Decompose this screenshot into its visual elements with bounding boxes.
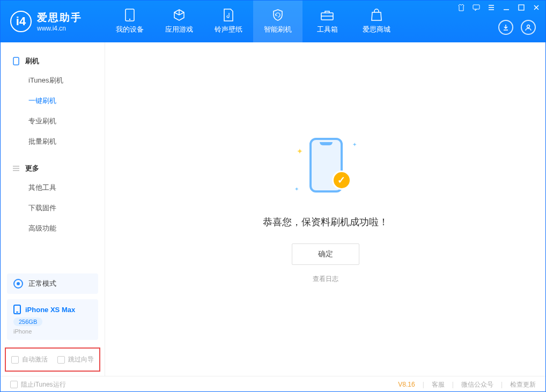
device-status-area: 正常模式 iPhone XS Max 256GB iPhone <box>1 273 105 347</box>
svg-point-5 <box>527 25 530 28</box>
version-label: V8.16 <box>398 381 415 388</box>
tab-label: 我的设备 <box>116 25 144 34</box>
wechat-link[interactable]: 微信公众号 <box>461 380 493 389</box>
check-badge-icon: ✓ <box>332 171 351 190</box>
menu-heading-more: 更多 <box>1 159 105 177</box>
header-right-icons <box>498 20 536 35</box>
tab-label: 智能刷机 <box>264 25 292 34</box>
tab-apps-games[interactable]: 应用游戏 <box>154 1 204 42</box>
tab-label: 铃声壁纸 <box>215 25 242 34</box>
music-file-icon <box>222 9 235 21</box>
sidebar-menu: 刷机 iTunes刷机 一键刷机 专业刷机 批量刷机 更多 其他工具 下载固件 … <box>1 42 105 273</box>
svg-rect-4 <box>519 5 524 10</box>
tab-label: 爱思商城 <box>363 25 390 34</box>
sidebar-item-batch-flash[interactable]: 批量刷机 <box>1 131 105 152</box>
sidebar: 刷机 iTunes刷机 一键刷机 专业刷机 批量刷机 更多 其他工具 下载固件 … <box>1 42 105 376</box>
sidebar-item-oneclick-flash[interactable]: 一键刷机 <box>1 91 105 111</box>
options-row: 自动激活 跳过向导 <box>5 347 100 372</box>
device-os-label: iPhone <box>13 328 92 335</box>
status-card[interactable]: 正常模式 <box>7 273 98 294</box>
tab-label: 应用游戏 <box>165 25 193 34</box>
sidebar-item-pro-flash[interactable]: 专业刷机 <box>1 111 105 131</box>
app-logo-icon: i4 <box>10 11 32 32</box>
sparkle-icon: ✦ <box>352 142 357 147</box>
storage-badge: 256GB <box>13 317 42 326</box>
svg-rect-3 <box>473 5 479 9</box>
phone-icon <box>13 305 21 314</box>
check-update-link[interactable]: 检查更新 <box>510 380 536 389</box>
checkbox-block-itunes[interactable]: 阻止iTunes运行 <box>10 380 66 389</box>
checkbox-icon <box>11 356 19 364</box>
menu-heading-label: 刷机 <box>25 56 39 66</box>
body: 刷机 iTunes刷机 一键刷机 专业刷机 批量刷机 更多 其他工具 下载固件 … <box>1 42 545 376</box>
tab-my-device[interactable]: 我的设备 <box>105 1 154 42</box>
tab-store[interactable]: 爱思商城 <box>352 1 401 42</box>
app-header: i4 爱思助手 www.i4.cn 我的设备 应用游戏 铃声壁纸 <box>1 1 545 42</box>
separator: | <box>501 381 503 388</box>
support-link[interactable]: 客服 <box>432 380 445 389</box>
checkbox-label: 自动激活 <box>22 355 48 364</box>
checkbox-icon <box>10 381 18 388</box>
checkbox-label: 阻止iTunes运行 <box>21 380 66 389</box>
user-icon[interactable] <box>521 20 536 35</box>
status-mode-label: 正常模式 <box>28 279 56 289</box>
separator: | <box>452 381 454 388</box>
checkbox-auto-activate[interactable]: 自动激活 <box>11 355 48 364</box>
checkbox-label: 跳过向导 <box>68 355 94 364</box>
cube-icon <box>172 9 186 21</box>
status-dot-icon <box>13 279 23 289</box>
main-content: ✦ ✦ ✦ ✓ 恭喜您，保资料刷机成功啦！ 确定 查看日志 <box>105 42 545 376</box>
phone-outline-icon <box>12 57 20 65</box>
maximize-icon[interactable] <box>518 4 525 11</box>
feedback-icon[interactable] <box>473 4 480 11</box>
confirm-button[interactable]: 确定 <box>292 243 359 265</box>
success-illustration: ✦ ✦ ✦ ✓ <box>293 135 358 199</box>
device-name: iPhone XS Max <box>25 306 75 314</box>
list-icon <box>12 165 20 172</box>
menu-heading-flash: 刷机 <box>1 52 105 70</box>
sidebar-item-download-firmware[interactable]: 下载固件 <box>1 198 105 218</box>
tab-smart-flash[interactable]: 智能刷机 <box>253 1 302 42</box>
tab-label: 工具箱 <box>317 25 338 34</box>
main-nav: 我的设备 应用游戏 铃声壁纸 智能刷机 工具箱 <box>105 1 401 42</box>
svg-point-1 <box>129 19 130 20</box>
menu-heading-label: 更多 <box>25 164 39 173</box>
sparkle-icon: ✦ <box>294 186 299 192</box>
toolbox-icon <box>320 9 334 21</box>
success-message: 恭喜您，保资料刷机成功啦！ <box>263 216 388 228</box>
shirt-icon[interactable] <box>458 4 465 11</box>
footer: 阻止iTunes运行 V8.16 | 客服 | 微信公众号 | 检查更新 <box>1 376 545 392</box>
device-card[interactable]: iPhone XS Max 256GB iPhone <box>7 299 98 340</box>
checkbox-skip-guide[interactable]: 跳过向导 <box>57 355 94 364</box>
sidebar-item-advanced[interactable]: 高级功能 <box>1 218 105 239</box>
sidebar-item-itunes-flash[interactable]: iTunes刷机 <box>1 70 105 91</box>
app-url: www.i4.cn <box>37 25 82 32</box>
separator: | <box>423 381 424 388</box>
logo-area: i4 爱思助手 www.i4.cn <box>1 11 105 32</box>
footer-right: V8.16 | 客服 | 微信公众号 | 检查更新 <box>398 380 536 389</box>
bag-icon <box>370 9 383 21</box>
sidebar-item-other-tools[interactable]: 其他工具 <box>1 177 105 198</box>
footer-left: 阻止iTunes运行 <box>10 380 66 389</box>
svg-rect-6 <box>13 57 19 65</box>
app-title: 爱思助手 <box>37 11 82 25</box>
view-log-link[interactable]: 查看日志 <box>313 275 338 284</box>
close-icon[interactable] <box>533 4 540 11</box>
download-icon[interactable] <box>498 20 513 35</box>
device-icon <box>123 9 137 21</box>
window-controls <box>458 4 540 11</box>
shield-refresh-icon <box>271 9 285 21</box>
menu-icon[interactable] <box>488 4 495 11</box>
checkbox-icon <box>57 356 65 364</box>
sparkle-icon: ✦ <box>297 147 303 156</box>
tab-ringtone-wallpaper[interactable]: 铃声壁纸 <box>204 1 253 42</box>
minimize-icon[interactable] <box>503 4 510 11</box>
tab-toolbox[interactable]: 工具箱 <box>302 1 352 42</box>
